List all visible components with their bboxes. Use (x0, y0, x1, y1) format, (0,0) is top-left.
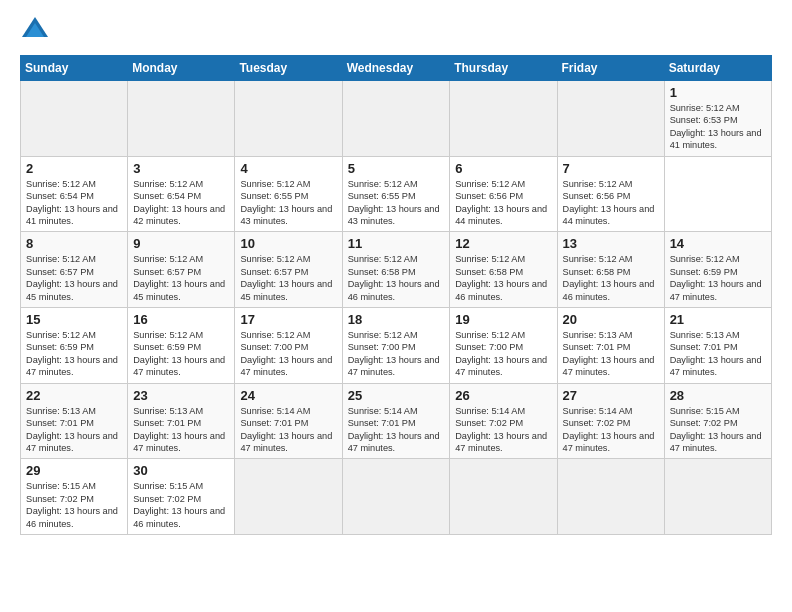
day-header-tuesday: Tuesday (235, 56, 342, 81)
calendar-cell: 25Sunrise: 5:14 AMSunset: 7:01 PMDayligh… (342, 383, 450, 459)
calendar-cell: 2Sunrise: 5:12 AMSunset: 6:54 PMDaylight… (21, 156, 128, 232)
day-info: Sunrise: 5:13 AMSunset: 7:01 PMDaylight:… (563, 329, 659, 379)
calendar-week-row: 22Sunrise: 5:13 AMSunset: 7:01 PMDayligh… (21, 383, 772, 459)
calendar-cell (450, 459, 557, 535)
day-number: 22 (26, 388, 122, 403)
day-header-saturday: Saturday (664, 56, 771, 81)
calendar-cell: 5Sunrise: 5:12 AMSunset: 6:55 PMDaylight… (342, 156, 450, 232)
calendar-header-row: SundayMondayTuesdayWednesdayThursdayFrid… (21, 56, 772, 81)
day-info: Sunrise: 5:12 AMSunset: 6:59 PMDaylight:… (670, 253, 766, 303)
day-info: Sunrise: 5:14 AMSunset: 7:02 PMDaylight:… (455, 405, 551, 455)
calendar-cell: 11Sunrise: 5:12 AMSunset: 6:58 PMDayligh… (342, 232, 450, 308)
day-info: Sunrise: 5:12 AMSunset: 6:58 PMDaylight:… (348, 253, 445, 303)
day-number: 23 (133, 388, 229, 403)
calendar-cell (664, 459, 771, 535)
day-info: Sunrise: 5:15 AMSunset: 7:02 PMDaylight:… (670, 405, 766, 455)
calendar-cell (342, 459, 450, 535)
day-info: Sunrise: 5:12 AMSunset: 6:53 PMDaylight:… (670, 102, 766, 152)
calendar-week-row: 1Sunrise: 5:12 AMSunset: 6:53 PMDaylight… (21, 81, 772, 157)
day-number: 6 (455, 161, 551, 176)
calendar-table: SundayMondayTuesdayWednesdayThursdayFrid… (20, 55, 772, 535)
day-number: 3 (133, 161, 229, 176)
day-number: 5 (348, 161, 445, 176)
day-info: Sunrise: 5:13 AMSunset: 7:01 PMDaylight:… (670, 329, 766, 379)
calendar-cell: 6Sunrise: 5:12 AMSunset: 6:56 PMDaylight… (450, 156, 557, 232)
day-number: 9 (133, 236, 229, 251)
calendar-cell: 4Sunrise: 5:12 AMSunset: 6:55 PMDaylight… (235, 156, 342, 232)
day-number: 17 (240, 312, 336, 327)
empty-cell (128, 81, 235, 157)
day-number: 16 (133, 312, 229, 327)
empty-cell (21, 81, 128, 157)
day-number: 28 (670, 388, 766, 403)
day-number: 2 (26, 161, 122, 176)
day-info: Sunrise: 5:12 AMSunset: 6:59 PMDaylight:… (26, 329, 122, 379)
empty-cell (557, 81, 664, 157)
calendar-week-row: 29Sunrise: 5:15 AMSunset: 7:02 PMDayligh… (21, 459, 772, 535)
day-info: Sunrise: 5:12 AMSunset: 7:00 PMDaylight:… (455, 329, 551, 379)
day-header-thursday: Thursday (450, 56, 557, 81)
day-number: 8 (26, 236, 122, 251)
calendar-cell: 10Sunrise: 5:12 AMSunset: 6:57 PMDayligh… (235, 232, 342, 308)
day-number: 25 (348, 388, 445, 403)
day-info: Sunrise: 5:12 AMSunset: 6:57 PMDaylight:… (26, 253, 122, 303)
day-number: 24 (240, 388, 336, 403)
day-info: Sunrise: 5:12 AMSunset: 6:55 PMDaylight:… (240, 178, 336, 228)
day-info: Sunrise: 5:12 AMSunset: 6:58 PMDaylight:… (455, 253, 551, 303)
day-number: 13 (563, 236, 659, 251)
day-info: Sunrise: 5:15 AMSunset: 7:02 PMDaylight:… (133, 480, 229, 530)
day-number: 11 (348, 236, 445, 251)
empty-cell (342, 81, 450, 157)
day-header-friday: Friday (557, 56, 664, 81)
day-number: 15 (26, 312, 122, 327)
empty-cell (235, 81, 342, 157)
calendar-cell: 14Sunrise: 5:12 AMSunset: 6:59 PMDayligh… (664, 232, 771, 308)
calendar-cell: 27Sunrise: 5:14 AMSunset: 7:02 PMDayligh… (557, 383, 664, 459)
calendar-cell: 23Sunrise: 5:13 AMSunset: 7:01 PMDayligh… (128, 383, 235, 459)
calendar-cell: 18Sunrise: 5:12 AMSunset: 7:00 PMDayligh… (342, 308, 450, 384)
day-info: Sunrise: 5:14 AMSunset: 7:02 PMDaylight:… (563, 405, 659, 455)
day-number: 12 (455, 236, 551, 251)
day-info: Sunrise: 5:15 AMSunset: 7:02 PMDaylight:… (26, 480, 122, 530)
day-info: Sunrise: 5:12 AMSunset: 6:57 PMDaylight:… (240, 253, 336, 303)
day-header-monday: Monday (128, 56, 235, 81)
calendar-cell: 19Sunrise: 5:12 AMSunset: 7:00 PMDayligh… (450, 308, 557, 384)
day-number: 7 (563, 161, 659, 176)
calendar-cell: 20Sunrise: 5:13 AMSunset: 7:01 PMDayligh… (557, 308, 664, 384)
calendar-cell: 17Sunrise: 5:12 AMSunset: 7:00 PMDayligh… (235, 308, 342, 384)
calendar-cell: 13Sunrise: 5:12 AMSunset: 6:58 PMDayligh… (557, 232, 664, 308)
day-info: Sunrise: 5:13 AMSunset: 7:01 PMDaylight:… (26, 405, 122, 455)
day-info: Sunrise: 5:12 AMSunset: 6:55 PMDaylight:… (348, 178, 445, 228)
day-info: Sunrise: 5:13 AMSunset: 7:01 PMDaylight:… (133, 405, 229, 455)
day-number: 14 (670, 236, 766, 251)
calendar-cell: 12Sunrise: 5:12 AMSunset: 6:58 PMDayligh… (450, 232, 557, 308)
day-info: Sunrise: 5:12 AMSunset: 6:56 PMDaylight:… (455, 178, 551, 228)
day-header-sunday: Sunday (21, 56, 128, 81)
day-info: Sunrise: 5:14 AMSunset: 7:01 PMDaylight:… (348, 405, 445, 455)
calendar-cell: 21Sunrise: 5:13 AMSunset: 7:01 PMDayligh… (664, 308, 771, 384)
calendar-cell: 22Sunrise: 5:13 AMSunset: 7:01 PMDayligh… (21, 383, 128, 459)
day-info: Sunrise: 5:12 AMSunset: 7:00 PMDaylight:… (240, 329, 336, 379)
calendar-cell (235, 459, 342, 535)
empty-cell (450, 81, 557, 157)
logo-icon (20, 15, 50, 45)
day-info: Sunrise: 5:12 AMSunset: 6:59 PMDaylight:… (133, 329, 229, 379)
calendar-cell: 7Sunrise: 5:12 AMSunset: 6:56 PMDaylight… (557, 156, 664, 232)
calendar-cell: 30Sunrise: 5:15 AMSunset: 7:02 PMDayligh… (128, 459, 235, 535)
day-info: Sunrise: 5:12 AMSunset: 6:54 PMDaylight:… (26, 178, 122, 228)
day-number: 21 (670, 312, 766, 327)
calendar-page: SundayMondayTuesdayWednesdayThursdayFrid… (0, 0, 792, 612)
day-number: 20 (563, 312, 659, 327)
calendar-cell: 28Sunrise: 5:15 AMSunset: 7:02 PMDayligh… (664, 383, 771, 459)
day-number: 26 (455, 388, 551, 403)
calendar-week-row: 2Sunrise: 5:12 AMSunset: 6:54 PMDaylight… (21, 156, 772, 232)
calendar-cell: 26Sunrise: 5:14 AMSunset: 7:02 PMDayligh… (450, 383, 557, 459)
day-info: Sunrise: 5:14 AMSunset: 7:01 PMDaylight:… (240, 405, 336, 455)
day-info: Sunrise: 5:12 AMSunset: 6:57 PMDaylight:… (133, 253, 229, 303)
calendar-cell (557, 459, 664, 535)
calendar-cell: 16Sunrise: 5:12 AMSunset: 6:59 PMDayligh… (128, 308, 235, 384)
day-number: 18 (348, 312, 445, 327)
day-number: 27 (563, 388, 659, 403)
calendar-week-row: 8Sunrise: 5:12 AMSunset: 6:57 PMDaylight… (21, 232, 772, 308)
calendar-cell: 29Sunrise: 5:15 AMSunset: 7:02 PMDayligh… (21, 459, 128, 535)
